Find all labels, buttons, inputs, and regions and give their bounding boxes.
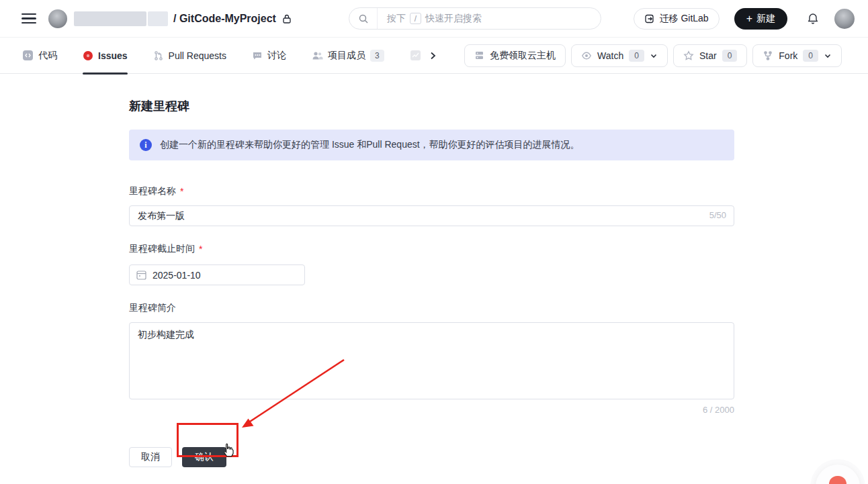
more-tabs-chevron-icon[interactable] bbox=[428, 51, 437, 60]
members-icon bbox=[312, 50, 323, 61]
tab-code[interactable]: 代码 bbox=[22, 38, 57, 74]
due-date-label: 里程碑截止时间 * bbox=[129, 243, 734, 255]
new-button[interactable]: + 新建 bbox=[734, 8, 787, 30]
breadcrumb[interactable]: / GitCode-MyProject bbox=[173, 13, 276, 25]
tab-issues[interactable]: Issues bbox=[83, 38, 128, 74]
tab-members[interactable]: 项目成员 3 bbox=[312, 38, 384, 74]
confirm-button[interactable]: 确认 bbox=[182, 447, 226, 467]
watch-button[interactable]: Watch 0 bbox=[571, 44, 668, 67]
slash-key-icon: / bbox=[410, 13, 421, 24]
breadcrumb-separator: / bbox=[173, 13, 176, 24]
lock-icon bbox=[281, 13, 292, 24]
server-icon bbox=[474, 50, 484, 60]
fork-count-badge: 0 bbox=[803, 50, 818, 62]
fork-button[interactable]: Fork 0 bbox=[752, 44, 842, 67]
free-cloud-host-button[interactable]: 免费领取云主机 bbox=[464, 44, 566, 67]
watch-eye-icon bbox=[581, 50, 592, 61]
insights-chart-icon bbox=[410, 50, 421, 61]
project-name[interactable]: GitCode-MyProject bbox=[179, 13, 276, 24]
fork-icon bbox=[763, 50, 773, 61]
assistant-floating-button[interactable] bbox=[816, 465, 860, 484]
search-input[interactable]: 按下 / 快速开启搜索 bbox=[349, 7, 601, 30]
chat-bubble-icon bbox=[252, 50, 263, 61]
redacted-owner-name bbox=[74, 11, 146, 26]
migrate-gitlab-button[interactable]: 迁移 GitLab bbox=[634, 8, 720, 30]
search-placeholder: 按下 / 快速开启搜索 bbox=[387, 13, 482, 25]
description-label: 里程碑简介 bbox=[129, 302, 734, 314]
cancel-button[interactable]: 取消 bbox=[129, 447, 172, 467]
name-char-counter: 5/50 bbox=[709, 210, 726, 220]
hamburger-menu-icon[interactable] bbox=[21, 13, 36, 24]
required-mark: * bbox=[180, 186, 183, 197]
calendar-icon bbox=[136, 269, 147, 281]
info-icon: i bbox=[140, 139, 152, 151]
tab-discussion[interactable]: 讨论 bbox=[252, 38, 286, 74]
milestone-name-input[interactable] bbox=[129, 205, 734, 226]
star-button[interactable]: Star 0 bbox=[673, 44, 747, 67]
active-tab-underline bbox=[83, 72, 128, 75]
tab-pull-requests[interactable]: Pull Requests bbox=[153, 38, 226, 74]
star-count-badge: 0 bbox=[722, 50, 738, 62]
due-date-input[interactable] bbox=[129, 264, 305, 285]
code-icon bbox=[22, 50, 34, 61]
assistant-bot-icon bbox=[829, 476, 847, 484]
page-title: 新建里程碑 bbox=[129, 98, 734, 114]
chevron-down-icon bbox=[650, 52, 658, 60]
description-textarea[interactable]: 初步构建完成 bbox=[129, 322, 734, 399]
top-header: / GitCode-MyProject 按下 / 快速开启搜索 bbox=[0, 0, 868, 38]
milestone-name-label: 里程碑名称 * bbox=[129, 185, 734, 197]
migrate-icon bbox=[644, 13, 655, 24]
project-owner-avatar[interactable] bbox=[48, 9, 67, 28]
tab-overflow bbox=[410, 38, 437, 74]
info-banner-text: 创建一个新的里程碑来帮助你更好的管理 Issue 和Pull Request，帮… bbox=[160, 139, 580, 151]
plus-icon: + bbox=[746, 13, 752, 24]
required-mark: * bbox=[199, 244, 202, 254]
search-icon bbox=[349, 8, 378, 29]
description-char-counter: 6 / 2000 bbox=[129, 405, 734, 415]
repo-tab-bar: 代码 Issues Pull Requests 讨论 项目成员 bbox=[0, 38, 868, 74]
members-count-badge: 3 bbox=[370, 50, 384, 62]
notification-bell-icon[interactable] bbox=[806, 12, 820, 26]
pull-request-icon bbox=[153, 50, 164, 61]
redacted-owner-name-2 bbox=[148, 11, 168, 26]
user-avatar[interactable] bbox=[834, 9, 855, 29]
watch-count-badge: 0 bbox=[629, 50, 644, 62]
info-banner: i 创建一个新的里程碑来帮助你更好的管理 Issue 和Pull Request… bbox=[129, 130, 734, 160]
issues-icon bbox=[83, 50, 93, 61]
milestone-form: 新建里程碑 i 创建一个新的里程碑来帮助你更好的管理 Issue 和Pull R… bbox=[129, 98, 734, 467]
star-icon bbox=[683, 50, 694, 61]
chevron-down-icon bbox=[824, 52, 832, 60]
